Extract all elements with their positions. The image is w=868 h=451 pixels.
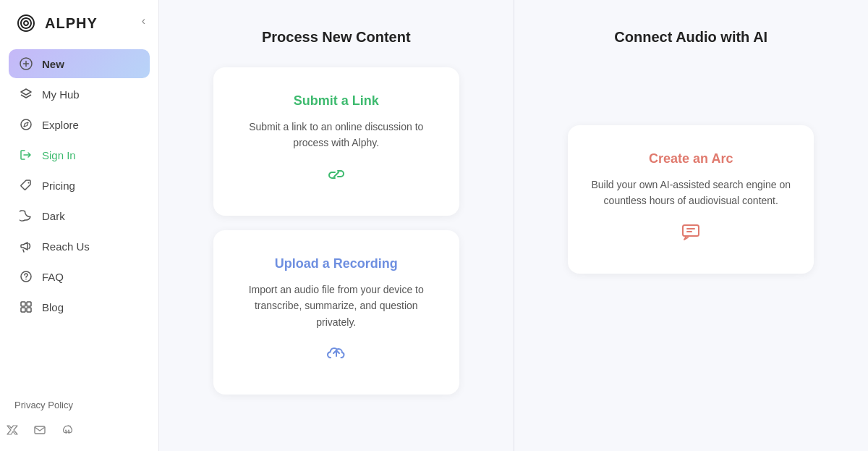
svg-point-10 <box>65 430 67 431</box>
plus-icon <box>19 56 33 71</box>
sidebar-item-pricing[interactable]: Pricing <box>9 171 150 200</box>
megaphone-icon <box>19 239 33 253</box>
section-title-process: Process New Content <box>262 29 411 46</box>
sidebar-item-explore[interactable]: Explore <box>9 110 150 139</box>
sidebar-item-label: Blog <box>42 301 64 313</box>
sidebar-item-reach-us[interactable]: Reach Us <box>9 232 150 261</box>
sidebar-item-label: My Hub <box>42 88 80 101</box>
create-arc-title: Create an Arc <box>649 151 733 167</box>
sidebar-item-new[interactable]: New <box>9 49 150 78</box>
svg-rect-6 <box>27 302 31 306</box>
svg-rect-9 <box>35 426 45 434</box>
grid-icon <box>19 300 33 314</box>
upload-icon <box>326 343 346 368</box>
layers-icon <box>19 87 33 101</box>
submit-link-desc: Submit a link to an online discussion to… <box>237 119 436 151</box>
logo: ALPHY <box>0 12 158 49</box>
svg-rect-5 <box>21 302 25 306</box>
brand-name: ALPHY <box>45 15 98 32</box>
upload-recording-desc: Import an audio file from your device to… <box>237 282 436 330</box>
upload-recording-title: Upload a Recording <box>275 256 398 271</box>
sign-in-icon <box>19 148 33 162</box>
svg-point-1 <box>21 119 31 130</box>
social-icons <box>0 423 158 439</box>
email-icon[interactable] <box>33 423 46 439</box>
svg-rect-8 <box>27 308 31 312</box>
sidebar-item-sign-in[interactable]: Sign In <box>9 140 150 169</box>
process-new-content-section: Process New Content Submit a Link Submit… <box>159 0 514 451</box>
main-content: Process New Content Submit a Link Submit… <box>159 0 868 451</box>
submit-link-card[interactable]: Submit a Link Submit a link to an online… <box>213 67 459 216</box>
svg-point-2 <box>28 182 30 184</box>
tag-icon <box>19 178 33 193</box>
sidebar-item-faq[interactable]: FAQ <box>9 262 150 291</box>
sidebar-footer: Privacy Policy <box>0 388 158 413</box>
create-arc-card[interactable]: Create an Arc Build your own AI-assisted… <box>568 125 814 274</box>
connect-audio-ai-section: Connect Audio with AI Create an Arc Buil… <box>514 0 869 451</box>
sidebar-item-dark[interactable]: Dark <box>9 201 150 230</box>
svg-rect-7 <box>21 308 25 312</box>
logo-icon <box>14 12 38 35</box>
compass-icon <box>19 117 33 132</box>
twitter-icon[interactable] <box>6 423 19 439</box>
svg-point-11 <box>68 430 69 431</box>
upload-recording-card[interactable]: Upload a Recording Import an audio file … <box>213 230 459 395</box>
collapse-button[interactable]: ‹ <box>139 13 148 29</box>
sidebar-item-label: Reach Us <box>42 240 90 253</box>
sidebar-item-label: Pricing <box>42 180 75 192</box>
svg-rect-12 <box>683 225 699 236</box>
chat-icon <box>681 222 701 248</box>
svg-point-4 <box>25 279 27 280</box>
sidebar-item-label: FAQ <box>42 271 64 283</box>
link-icon <box>326 164 346 190</box>
sidebar-item-label: Dark <box>42 210 65 222</box>
submit-link-title: Submit a Link <box>294 93 379 109</box>
sidebar-item-blog[interactable]: Blog <box>9 292 150 321</box>
sidebar-item-my-hub[interactable]: My Hub <box>9 80 150 109</box>
sidebar-item-label: Explore <box>42 119 79 131</box>
help-circle-icon <box>19 269 33 284</box>
sidebar-nav: New My Hub Explore Sign In <box>0 49 158 388</box>
sidebar: ALPHY ‹ New My Hub Explore <box>0 0 159 451</box>
create-arc-desc: Build your own AI-assisted search engine… <box>591 177 791 209</box>
sidebar-item-label: Sign In <box>42 149 76 161</box>
privacy-policy-link[interactable]: Privacy Policy <box>14 397 144 413</box>
section-title-connect: Connect Audio with AI <box>614 29 767 46</box>
moon-icon <box>19 208 33 223</box>
discord-icon[interactable] <box>61 423 74 439</box>
sidebar-item-label: New <box>42 58 64 70</box>
